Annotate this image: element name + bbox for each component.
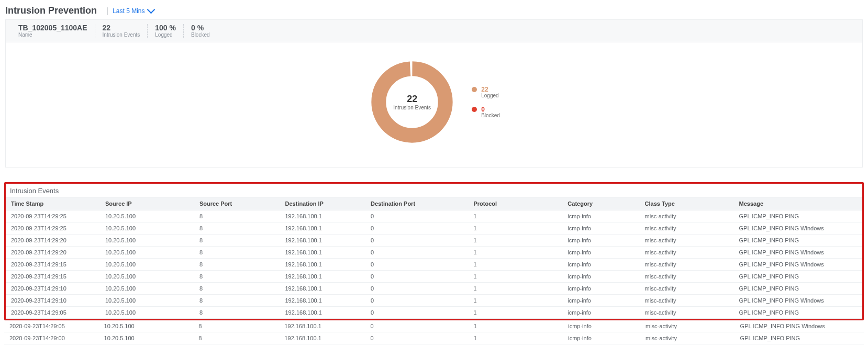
dot-icon bbox=[472, 107, 477, 112]
table-header-cell[interactable]: Destination Port bbox=[365, 197, 468, 210]
table-row[interactable]: 2020-09-23T14:29:2510.20.5.1008192.168.1… bbox=[6, 222, 862, 235]
table-cell: GPL ICMP_INFO PING Windows bbox=[735, 320, 864, 332]
table-cell: 8 bbox=[194, 307, 280, 319]
table-row[interactable]: 2020-09-23T14:29:1510.20.5.1008192.168.1… bbox=[6, 271, 862, 283]
legend-logged-value: 22 bbox=[481, 86, 498, 93]
table-cell: 2020-09-23T14:29:00 bbox=[4, 332, 99, 344]
donut-chart-panel: 22 Intrusion Events 22 Logged 0 Blocked bbox=[5, 42, 863, 168]
table-cell: 192.168.100.1 bbox=[280, 247, 366, 259]
table-row[interactable]: 2020-09-23T14:29:2010.20.5.1008192.168.1… bbox=[6, 247, 862, 259]
table-cell: 2020-09-23T14:29:15 bbox=[6, 259, 100, 271]
table-cell: 192.168.100.1 bbox=[280, 283, 366, 295]
table-row[interactable]: 2020-09-23T14:29:1010.20.5.1008192.168.1… bbox=[6, 295, 862, 307]
table-row[interactable]: 2020-09-23T14:29:2010.20.5.1008192.168.1… bbox=[6, 235, 862, 247]
table-cell: icmp-info bbox=[563, 320, 640, 332]
table-cell: 2020-09-23T14:29:05 bbox=[6, 307, 100, 319]
chart-legend: 22 Logged 0 Blocked bbox=[472, 86, 500, 118]
table-cell: GPL ICMP_INFO PING bbox=[734, 235, 862, 247]
table-header-cell[interactable]: Protocol bbox=[468, 197, 562, 210]
table-cell: GPL ICMP_INFO PING Windows bbox=[734, 259, 862, 271]
table-cell: 10.20.5.100 bbox=[99, 332, 194, 344]
events-table: Time StampSource IPSource PortDestinatio… bbox=[6, 197, 862, 319]
table-cell: 2020-09-23T14:29:05 bbox=[4, 320, 99, 332]
blocked-cell: 0 % Blocked bbox=[183, 24, 217, 38]
table-cell: GPL ICMP_INFO PING Windows bbox=[734, 247, 862, 259]
table-row[interactable]: 2020-09-23T14:29:0510.20.5.1008192.168.1… bbox=[4, 320, 864, 332]
table-cell: 1 bbox=[468, 247, 562, 259]
table-cell: misc-activity bbox=[640, 283, 734, 295]
legend-blocked: 0 Blocked bbox=[472, 106, 500, 118]
table-cell: 0 bbox=[365, 271, 468, 283]
legend-blocked-label: Blocked bbox=[481, 113, 500, 118]
table-cell: icmp-info bbox=[562, 271, 639, 283]
logged-value: 100 % bbox=[155, 24, 176, 32]
table-cell: 2020-09-23T14:29:10 bbox=[6, 295, 100, 307]
table-header-cell[interactable]: Destination IP bbox=[280, 197, 366, 210]
table-cell: 192.168.100.1 bbox=[280, 259, 366, 271]
table-cell: 192.168.100.1 bbox=[280, 295, 366, 307]
table-cell: 192.168.100.1 bbox=[280, 222, 366, 235]
time-range-label: Last 5 Mins bbox=[113, 7, 144, 15]
table-cell: 1 bbox=[468, 235, 562, 247]
table-cell: icmp-info bbox=[562, 295, 639, 307]
table-cell: 10.20.5.100 bbox=[100, 307, 194, 319]
time-range-selector[interactable]: Last 5 Mins bbox=[113, 7, 153, 15]
table-cell: icmp-info bbox=[562, 210, 639, 222]
summary-bar: TB_102005_1100AE Name 22 Intrusion Event… bbox=[5, 19, 863, 42]
table-cell: 0 bbox=[365, 210, 468, 222]
dot-icon bbox=[472, 87, 477, 92]
table-cell: misc-activity bbox=[640, 259, 734, 271]
table-cell: 10.20.5.100 bbox=[99, 320, 194, 332]
table-cell: 8 bbox=[194, 247, 280, 259]
table-cell: 10.20.5.100 bbox=[100, 235, 194, 247]
table-cell: misc-activity bbox=[640, 307, 734, 319]
table-header-row: Time StampSource IPSource PortDestinatio… bbox=[6, 197, 862, 210]
table-cell: 2020-09-23T14:29:15 bbox=[6, 271, 100, 283]
table-cell: icmp-info bbox=[562, 247, 639, 259]
table-cell: GPL ICMP_INFO PING bbox=[734, 210, 862, 222]
table-cell: icmp-info bbox=[562, 307, 639, 319]
table-cell: icmp-info bbox=[562, 222, 639, 235]
table-cell: 2020-09-23T14:29:20 bbox=[6, 247, 100, 259]
table-cell: 1 bbox=[468, 283, 562, 295]
device-label: Name bbox=[18, 32, 87, 38]
table-cell: icmp-info bbox=[562, 259, 639, 271]
table-cell: 0 bbox=[365, 295, 468, 307]
table-cell: 10.20.5.100 bbox=[100, 247, 194, 259]
table-cell: 0 bbox=[365, 235, 468, 247]
table-row[interactable]: 2020-09-23T14:29:1010.20.5.1008192.168.1… bbox=[6, 283, 862, 295]
table-cell: 192.168.100.1 bbox=[279, 320, 365, 332]
table-cell: 192.168.100.1 bbox=[280, 271, 366, 283]
table-cell: 1 bbox=[469, 332, 563, 344]
donut-center-label: Intrusion Events bbox=[393, 105, 431, 110]
device-cell: TB_102005_1100AE Name bbox=[11, 24, 95, 38]
table-row[interactable]: 2020-09-23T14:29:2510.20.5.1008192.168.1… bbox=[6, 210, 862, 222]
table-header-cell[interactable]: Class Type bbox=[640, 197, 734, 210]
donut-center-value: 22 bbox=[407, 94, 417, 105]
table-cell: icmp-info bbox=[563, 332, 640, 344]
table-cell: 8 bbox=[193, 320, 279, 332]
table-header-cell[interactable]: Category bbox=[562, 197, 639, 210]
table-cell: 192.168.100.1 bbox=[280, 307, 366, 319]
table-cell: 0 bbox=[365, 247, 468, 259]
table-cell: 8 bbox=[193, 332, 279, 344]
table-header-cell[interactable]: Time Stamp bbox=[6, 197, 100, 210]
device-name: TB_102005_1100AE bbox=[18, 24, 87, 32]
table-cell: 1 bbox=[468, 307, 562, 319]
table-header-cell[interactable]: Source IP bbox=[100, 197, 194, 210]
table-header-cell[interactable]: Source Port bbox=[194, 197, 280, 210]
table-header-cell[interactable]: Message bbox=[734, 197, 862, 210]
table-cell: 0 bbox=[365, 259, 468, 271]
table-cell: 10.20.5.100 bbox=[100, 259, 194, 271]
events-cell: 22 Intrusion Events bbox=[95, 24, 148, 38]
blocked-value: 0 % bbox=[191, 24, 210, 32]
table-cell: icmp-info bbox=[562, 283, 639, 295]
table-row[interactable]: 2020-09-23T14:29:0510.20.5.1008192.168.1… bbox=[6, 307, 862, 319]
chevron-down-icon bbox=[147, 6, 155, 14]
donut-chart: 22 Intrusion Events bbox=[368, 58, 456, 146]
table-row[interactable]: 2020-09-23T14:29:0010.20.5.1008192.168.1… bbox=[4, 332, 864, 344]
table-row[interactable]: 2020-09-23T14:29:1510.20.5.1008192.168.1… bbox=[6, 259, 862, 271]
table-cell: GPL ICMP_INFO PING bbox=[734, 283, 862, 295]
table-cell: misc-activity bbox=[640, 235, 734, 247]
table-cell: 1 bbox=[468, 210, 562, 222]
